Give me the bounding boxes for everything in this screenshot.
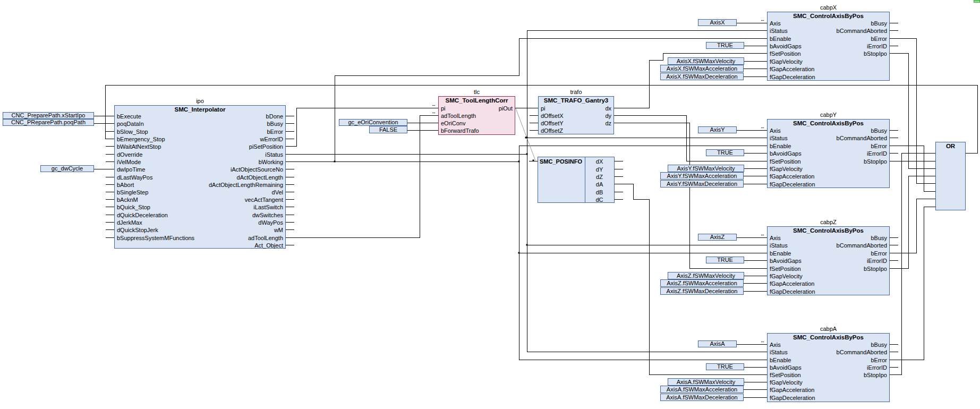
pin-tlc-piOut[interactable]: piOut bbox=[499, 105, 513, 112]
pin-ipo-vecActTangent[interactable]: vecActTangent bbox=[245, 197, 283, 203]
pin-cabpZ-iStatus[interactable]: iStatus bbox=[770, 242, 788, 249]
pin-tlc-eOriConv[interactable]: eOriConv bbox=[441, 120, 465, 126]
pin-cabpZ-Axis[interactable]: Axis bbox=[770, 235, 781, 241]
value-box-axisa[interactable]: AxisA bbox=[698, 340, 737, 347]
pin-posinfo-dC[interactable]: dC bbox=[585, 197, 614, 203]
value-box-axisa_vel[interactable]: AxisA.fSWMaxVelocity bbox=[668, 378, 744, 386]
pin-cabpY-fGapVelocity[interactable]: fGapVelocity bbox=[770, 166, 803, 172]
fb-instance-label-cabpZ[interactable]: cabpZ bbox=[791, 219, 866, 225]
pin-cabpX-bCommandAborted[interactable]: bCommandAborted bbox=[837, 28, 887, 34]
pin-trafo-pi[interactable]: pi bbox=[541, 105, 546, 112]
pin-ipo-bSuppressSystemMFunctions[interactable]: bSuppressSystemMFunctions bbox=[117, 235, 194, 241]
pin-ipo-piSetPosition[interactable]: piSetPosition bbox=[249, 143, 283, 150]
pin-ipo-iActObjectSourceNo[interactable]: iActObjectSourceNo bbox=[231, 166, 283, 173]
value-box-prep_xstartipo[interactable]: CNC_PreparePath.xStartIpo bbox=[3, 112, 94, 119]
pin-cabpY-bAvoidGaps[interactable]: bAvoidGaps bbox=[770, 150, 802, 157]
value-box-axisa_dec[interactable]: AxisA.fSWMaxDeceleration bbox=[660, 394, 744, 401]
pin-ipo-bWaitAtNextStop[interactable]: bWaitAtNextStop bbox=[117, 143, 161, 150]
pin-cabpY-bEnable[interactable]: bEnable bbox=[770, 143, 791, 149]
pin-cabpZ-bCommandAborted[interactable]: bCommandAborted bbox=[837, 242, 887, 249]
pin-trafo-dOffsetX[interactable]: dOffsetX bbox=[541, 113, 564, 119]
pin-cabpX-bAvoidGaps[interactable]: bAvoidGaps bbox=[770, 43, 802, 49]
fb-block-cabpZ[interactable]: SMC_ControlAxisByPosAxisiStatusbEnablebA… bbox=[767, 226, 890, 295]
pin-cabpY-iErrorID[interactable]: iErrorID bbox=[867, 150, 887, 157]
pin-ipo-dQuickDeceleration[interactable]: dQuickDeceleration bbox=[117, 212, 168, 218]
pin-ipo-dWayPos[interactable]: dWayPos bbox=[258, 219, 283, 226]
fb-block-posinfo[interactable]: SMC_POSINFOdXdYdZdAdBdC bbox=[538, 157, 615, 203]
value-box-axisy_vel[interactable]: AxisY.fSWMaxVelocity bbox=[668, 165, 744, 172]
pin-ipo-bEmergency_Stop[interactable]: bEmergency_Stop bbox=[117, 136, 165, 142]
pin-cabpZ-bError[interactable]: bError bbox=[871, 250, 887, 257]
pin-ipo-dOverride[interactable]: dOverride bbox=[117, 151, 142, 158]
pin-cabpY-fGapAcceleration[interactable]: fGapAcceleration bbox=[770, 173, 814, 180]
value-box-true_a[interactable]: TRUE bbox=[706, 363, 744, 370]
pin-ipo-iVelMode[interactable]: iVelMode bbox=[117, 159, 141, 165]
pin-trafo-dy[interactable]: dy bbox=[605, 113, 611, 119]
pin-cabpX-fGapAcceleration[interactable]: fGapAcceleration bbox=[770, 66, 814, 72]
pin-tlc-adToolLength[interactable]: adToolLength bbox=[441, 113, 476, 119]
pin-tlc-pi[interactable]: pi bbox=[441, 105, 446, 112]
pin-cabpZ-fSetPosition[interactable]: fSetPosition bbox=[770, 266, 801, 272]
value-box-axisz[interactable]: AxisZ bbox=[698, 234, 737, 241]
pin-ipo-poqDataIn[interactable]: poqDataIn bbox=[117, 121, 144, 127]
value-box-axisx[interactable]: AxisX bbox=[698, 19, 737, 26]
pin-cabpZ-bBusy[interactable]: bBusy bbox=[871, 235, 887, 241]
value-box-axisa_acc[interactable]: AxisA.fSWMaxAcceleration bbox=[660, 386, 744, 393]
pin-ipo-bQuick_Stop[interactable]: bQuick_Stop bbox=[117, 204, 150, 210]
fb-block-or1[interactable]: OR bbox=[935, 142, 966, 210]
pin-ipo-bAbort[interactable]: bAbort bbox=[117, 182, 134, 188]
pin-ipo-bWorking[interactable]: bWorking bbox=[259, 159, 283, 165]
fb-block-cabpY[interactable]: SMC_ControlAxisByPosAxisiStatusbEnablebA… bbox=[767, 119, 890, 188]
pin-posinfo-dX[interactable]: dX bbox=[585, 158, 614, 165]
pin-ipo-bSingleStep[interactable]: bSingleStep bbox=[117, 189, 148, 195]
pin-cabpZ-bAvoidGaps[interactable]: bAvoidGaps bbox=[770, 258, 802, 264]
fb-instance-label-trafo[interactable]: trafo bbox=[539, 89, 613, 95]
value-box-gc_eoriconvention[interactable]: gc_eOriConvention bbox=[339, 119, 407, 126]
value-box-axisy_dec[interactable]: AxisY.fSWMaxDeceleration bbox=[660, 180, 744, 188]
pin-posinfo-dB[interactable]: dB bbox=[585, 189, 614, 195]
pin-ipo-dActObjectLength[interactable]: dActObjectLength bbox=[237, 174, 283, 181]
pin-ipo-bExecute[interactable]: bExecute bbox=[117, 113, 141, 120]
pin-cabpX-bBusy[interactable]: bBusy bbox=[871, 20, 887, 27]
value-box-false_const[interactable]: FALSE bbox=[369, 126, 407, 133]
pin-ipo-iLastSwitch[interactable]: iLastSwitch bbox=[253, 204, 283, 210]
pin-ipo-dJerkMax[interactable]: dJerkMax bbox=[117, 219, 142, 226]
pin-cabpZ-fGapVelocity[interactable]: fGapVelocity bbox=[770, 273, 803, 279]
pin-ipo-iStatus[interactable]: iStatus bbox=[265, 151, 283, 158]
pin-cabpZ-fGapDeceleration[interactable]: fGapDeceleration bbox=[770, 288, 815, 295]
value-box-axisx_acc[interactable]: AxisX.fSWMaxAcceleration bbox=[660, 65, 744, 72]
pin-ipo-Act_Object[interactable]: Act_Object bbox=[254, 242, 283, 249]
pin-posinfo-dY[interactable]: dY bbox=[585, 166, 614, 173]
fb-block-ipo[interactable]: SMC_InterpolatorbExecutepoqDataInbSlow_S… bbox=[114, 105, 286, 249]
pin-ipo-wM[interactable]: wM bbox=[274, 227, 283, 233]
fb-instance-label-cabpY[interactable]: cabpY bbox=[791, 112, 866, 118]
value-box-axisx_vel[interactable]: AxisX.fSWMaxVelocity bbox=[668, 57, 744, 65]
pin-cabpA-bStopIpo[interactable]: bStopIpo bbox=[864, 372, 887, 378]
value-box-axisx_dec[interactable]: AxisX.fSWMaxDeceleration bbox=[660, 73, 744, 80]
value-box-axisy[interactable]: AxisY bbox=[698, 126, 737, 133]
pin-ipo-bBusy[interactable]: bBusy bbox=[267, 121, 283, 127]
pin-posinfo-dZ[interactable]: dZ bbox=[585, 174, 614, 180]
fb-instance-label-tlc[interactable]: tlc bbox=[440, 89, 514, 95]
fb-block-trafo[interactable]: SMC_TRAFO_Gantry3pidOffsetXdOffsetYdOffs… bbox=[538, 96, 614, 134]
pin-tlc-bForwardTrafo[interactable]: bForwardTrafo bbox=[441, 127, 479, 134]
pin-cabpA-fGapVelocity[interactable]: fGapVelocity bbox=[770, 379, 803, 386]
value-box-axisz_vel[interactable]: AxisZ.fSWMaxVelocity bbox=[668, 272, 744, 279]
value-box-gc_dwcycle[interactable]: gc_dwCycle bbox=[40, 165, 94, 172]
pin-cabpY-bBusy[interactable]: bBusy bbox=[871, 127, 887, 134]
pin-cabpX-bEnable[interactable]: bEnable bbox=[770, 36, 791, 42]
pin-cabpY-iStatus[interactable]: iStatus bbox=[770, 135, 788, 141]
value-box-true_z[interactable]: TRUE bbox=[706, 257, 744, 263]
pin-ipo-bSlow_Stop[interactable]: bSlow_Stop bbox=[117, 129, 148, 135]
pin-ipo-dwIpoTime[interactable]: dwIpoTime bbox=[117, 166, 145, 173]
pin-cabpA-fGapAcceleration[interactable]: fGapAcceleration bbox=[770, 387, 814, 393]
pin-cabpA-bError[interactable]: bError bbox=[871, 357, 887, 363]
pin-cabpA-Axis[interactable]: Axis bbox=[770, 342, 781, 348]
pin-cabpX-bStopIpo[interactable]: bStopIpo bbox=[864, 50, 887, 57]
value-box-axisy_acc[interactable]: AxisY.fSWMaxAcceleration bbox=[660, 172, 744, 180]
pin-trafo-dOffsetZ[interactable]: dOffsetZ bbox=[541, 127, 563, 134]
value-box-axisz_acc[interactable]: AxisZ.fSWMaxAcceleration bbox=[660, 279, 744, 287]
fb-block-cabpA[interactable]: SMC_ControlAxisByPosAxisiStatusbEnablebA… bbox=[767, 333, 890, 402]
pin-cabpY-bError[interactable]: bError bbox=[871, 143, 887, 149]
pin-cabpX-iErrorID[interactable]: iErrorID bbox=[867, 43, 887, 49]
